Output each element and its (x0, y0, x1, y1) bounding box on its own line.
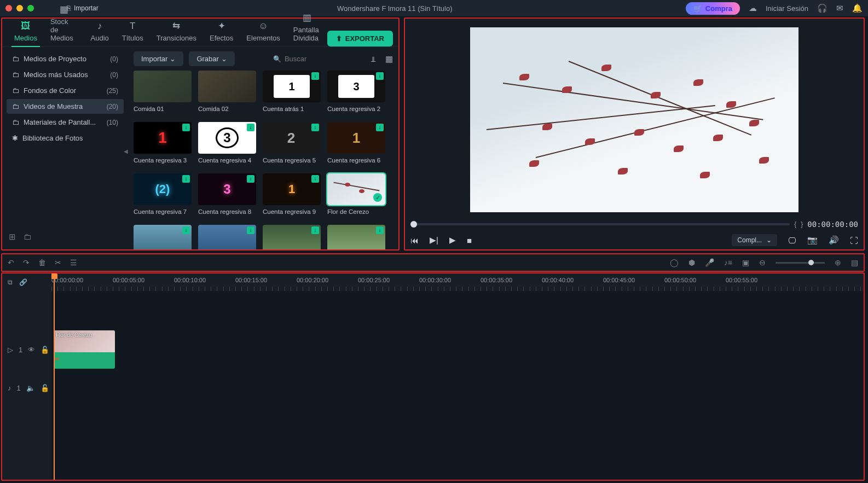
zoom-slider[interactable] (776, 262, 825, 264)
messages-icon[interactable]: ✉ (836, 3, 843, 13)
timeline-select-icon[interactable]: ⧉ (8, 278, 13, 286)
sidebar-item[interactable]: 🗀Medios más Usados(0) (7, 67, 124, 82)
media-thumb[interactable]: Comida 01 (134, 71, 192, 112)
media-thumb[interactable]: 3↓Cuenta regresiva 2 (327, 71, 385, 112)
voiceover-icon[interactable]: 🎤 (705, 258, 714, 267)
media-thumb[interactable]: 1↓Cuenta atrás 1 (263, 71, 321, 112)
login-link[interactable]: Iniciar Sesión (766, 4, 808, 13)
zoom-out-icon[interactable]: ⊖ (759, 258, 766, 267)
tab-títulos[interactable]: TTítulos (115, 18, 150, 46)
close-window[interactable] (5, 5, 12, 11)
notifications-icon[interactable]: 🔔 (852, 3, 863, 13)
media-thumb[interactable]: ↓ (134, 225, 192, 249)
play-icon[interactable]: ▶ (449, 235, 456, 245)
undo-icon[interactable]: ↶ (8, 258, 14, 267)
lock-icon[interactable]: 🔓 (40, 346, 49, 354)
maximize-window[interactable] (27, 5, 34, 11)
timeline-tracks-area[interactable]: 00:00:00:0000:00:05:0000:00:10:0000:00:1… (51, 273, 864, 480)
marker-icon[interactable]: ⬢ (688, 258, 695, 267)
step-back-icon[interactable]: ▶| (430, 235, 438, 245)
adjust-icon[interactable]: ☰ (70, 258, 77, 267)
download-icon[interactable]: ↓ (311, 124, 319, 131)
preview-viewport[interactable] (407, 21, 861, 219)
sidebar-item[interactable]: 🗀Fondos de Color(25) (7, 83, 124, 98)
sidebar-item[interactable]: ✱Biblioteca de Fotos (7, 131, 124, 146)
grid-view-icon[interactable]: ▦ (385, 54, 393, 64)
tab-audio[interactable]: ♪Audio (84, 18, 115, 46)
brace-right[interactable]: } (801, 220, 803, 228)
record-dropdown[interactable]: Grabar ⌄ (189, 51, 234, 66)
scrub-bar[interactable] (410, 223, 790, 225)
cloud-icon[interactable]: ☁ (749, 3, 757, 13)
search-field[interactable]: 🔍 (240, 55, 364, 63)
new-folder-icon[interactable]: ⊞ (9, 232, 16, 242)
import-dropdown[interactable]: Importar ⌄ (134, 51, 183, 66)
cut-icon[interactable]: ✂ (55, 258, 61, 267)
eye-icon[interactable]: 👁 (28, 346, 35, 354)
download-icon[interactable]: ↓ (247, 226, 254, 234)
playhead[interactable] (54, 273, 55, 480)
timeline-clip[interactable]: Flor de Cerezo ✂ (54, 330, 115, 369)
tab-elementos[interactable]: ☺Elementos (240, 18, 286, 46)
media-thumb[interactable]: ↓ (263, 225, 321, 249)
timeline-ruler[interactable]: 00:00:00:0000:00:05:0000:00:10:0000:00:1… (51, 273, 864, 291)
media-thumb[interactable]: 2↓Cuenta regresiva 5 (263, 122, 321, 164)
video-track-header[interactable]: ▷ 1 👁 🔓 (2, 330, 51, 369)
download-icon[interactable]: ↓ (376, 72, 384, 80)
tab-stock-de-medios[interactable]: ▦Stock de Medios (44, 1, 84, 46)
audio-track-header[interactable]: ♪ 1 🔈 🔓 (2, 369, 51, 407)
media-thumb[interactable]: 1↓Cuenta regresiva 9 (263, 173, 321, 215)
folder-icon[interactable]: 🗀 (24, 232, 32, 242)
media-thumb[interactable]: 1↓Cuenta regresiva 6 (327, 122, 385, 164)
brace-left[interactable]: { (794, 220, 796, 228)
collapse-sidebar-icon[interactable]: ◀ (124, 148, 128, 154)
sidebar-item[interactable]: 🗀Videos de Muestra(20) (7, 99, 124, 114)
media-thumb[interactable]: 3↓Cuenta regresiva 8 (198, 173, 256, 215)
sidebar-item[interactable]: 🗀Materiales de Pantall...(10) (7, 115, 124, 130)
support-icon[interactable]: 🎧 (817, 3, 828, 13)
playback-quality-select[interactable]: Compl... ⌄ (732, 234, 777, 246)
export-button[interactable]: ⬆ EXPORTAR (327, 31, 393, 46)
zoom-fit-icon[interactable]: ▤ (851, 258, 858, 267)
zoom-in-icon[interactable]: ⊕ (835, 258, 841, 267)
tab-pantalla-dividida[interactable]: ▥Pantalla Dividida (287, 9, 327, 46)
media-thumb[interactable]: ↓ (327, 225, 385, 249)
buy-button[interactable]: 🛒 Compra (686, 2, 740, 15)
media-thumb[interactable]: ↓ (198, 225, 256, 249)
download-icon[interactable]: ↓ (247, 124, 254, 131)
download-icon[interactable]: ↓ (311, 175, 319, 183)
filter-icon[interactable]: ⫫ (369, 54, 378, 64)
tab-medios[interactable]: 🖼Medios (8, 18, 44, 46)
download-icon[interactable]: ↓ (182, 124, 190, 131)
download-icon[interactable]: ↓ (247, 175, 254, 183)
media-thumb[interactable]: Comida 02 (198, 71, 256, 112)
render-icon[interactable]: ◯ (670, 258, 679, 267)
fullscreen-icon[interactable]: ⛶ (850, 236, 858, 245)
media-thumb[interactable]: (2)↓Cuenta regresiva 7 (134, 173, 192, 215)
prev-frame-icon[interactable]: ⏮ (410, 236, 419, 245)
stop-icon[interactable]: ■ (467, 236, 472, 245)
snapshot-icon[interactable]: 📷 (807, 235, 818, 245)
download-icon[interactable]: ↓ (376, 226, 384, 234)
delete-icon[interactable]: 🗑 (38, 258, 46, 267)
mute-icon[interactable]: 🔈 (26, 384, 35, 392)
minimize-window[interactable] (16, 5, 23, 11)
download-icon[interactable]: ↓ (311, 72, 319, 80)
media-thumb[interactable]: ✓Flor de Cerezo (327, 173, 385, 215)
lock-icon[interactable]: 🔓 (40, 384, 49, 392)
tab-efectos[interactable]: ✦Efectos (203, 17, 240, 46)
sidebar-item[interactable]: 🗀Medios de Proyecto(0) (7, 51, 124, 66)
download-icon[interactable]: ↓ (182, 175, 190, 183)
display-icon[interactable]: 🖵 (788, 236, 796, 245)
download-icon[interactable]: ↓ (182, 226, 190, 234)
crop-icon[interactable]: ▣ (742, 258, 749, 267)
tab-transiciones[interactable]: ⇆Transiciones (150, 17, 203, 46)
media-thumb[interactable]: 1↓Cuenta regresiva 3 (134, 122, 192, 164)
media-thumb[interactable]: 3↓Cuenta regresiva 4 (198, 122, 256, 164)
volume-icon[interactable]: 🔊 (829, 235, 839, 245)
audio-mixer-icon[interactable]: ♪≡ (724, 258, 732, 267)
search-input[interactable] (285, 55, 350, 63)
download-icon[interactable]: ↓ (376, 124, 384, 131)
download-icon[interactable]: ↓ (311, 226, 319, 234)
redo-icon[interactable]: ↷ (23, 258, 30, 267)
